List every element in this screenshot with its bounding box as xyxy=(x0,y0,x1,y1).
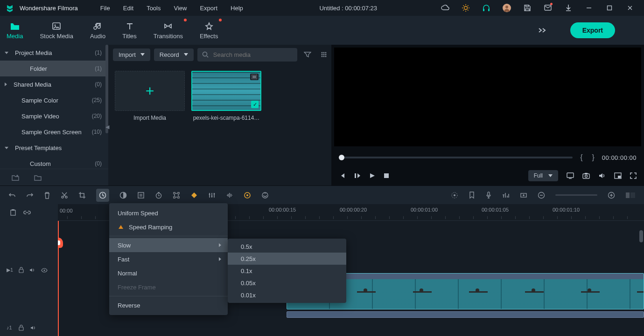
sidebar-item[interactable]: Project Media(1) xyxy=(0,45,108,61)
tab-effects[interactable]: Effects xyxy=(200,20,218,41)
preview-viewer[interactable] xyxy=(334,48,641,146)
menu-file[interactable]: File xyxy=(96,5,115,12)
color-icon[interactable] xyxy=(119,192,127,199)
crop-icon[interactable] xyxy=(78,192,86,199)
prev-frame-icon[interactable] xyxy=(339,172,345,179)
mark-out-icon[interactable]: } xyxy=(590,153,596,162)
greenscreen-icon[interactable] xyxy=(137,192,145,199)
stop-icon[interactable] xyxy=(384,173,389,178)
add-track-icon[interactable] xyxy=(520,192,527,199)
play-icon[interactable] xyxy=(369,172,375,179)
eye-icon[interactable] xyxy=(41,268,48,273)
mark-in-icon[interactable]: { xyxy=(578,153,584,162)
voiceover-icon[interactable] xyxy=(485,192,492,199)
menu-view[interactable]: View xyxy=(169,5,191,12)
speed-icon[interactable] xyxy=(96,189,109,202)
message-icon[interactable] xyxy=(539,0,556,16)
tab-audio[interactable]: Audio xyxy=(90,20,105,41)
sidebar-item[interactable]: Sample Green Screen(10) xyxy=(0,124,108,140)
tab-stock-media[interactable]: Stock Media xyxy=(40,20,73,41)
keyframe-icon[interactable] xyxy=(190,192,198,199)
mute-icon[interactable] xyxy=(29,267,35,273)
grid-icon[interactable] xyxy=(318,51,330,58)
folder-icon[interactable] xyxy=(34,174,42,181)
snapshot-icon[interactable] xyxy=(582,172,590,179)
search-box[interactable] xyxy=(197,48,297,62)
sidebar-item[interactable]: Custom(0) xyxy=(0,156,108,169)
sun-icon[interactable] xyxy=(457,0,474,16)
play-pause-icon[interactable] xyxy=(354,172,360,179)
playhead[interactable] xyxy=(58,221,59,336)
menu-item[interactable]: Speed Ramping xyxy=(109,220,228,234)
adjust-icon[interactable] xyxy=(208,192,216,199)
expand-icon[interactable] xyxy=(538,27,547,34)
menu-item[interactable]: Normal xyxy=(109,266,228,280)
menu-help[interactable]: Help xyxy=(226,5,248,12)
new-folder-icon[interactable] xyxy=(11,174,20,181)
headphones-icon[interactable] xyxy=(478,0,495,16)
scrub-bar[interactable] xyxy=(339,157,573,158)
menu-item[interactable]: Uniform Speed xyxy=(109,206,228,220)
cut-icon[interactable] xyxy=(61,192,68,199)
submenu-item[interactable]: 0.1x xyxy=(228,265,346,277)
filter-icon[interactable] xyxy=(301,51,314,58)
menu-item[interactable]: Slow xyxy=(109,238,228,252)
sidebar-item[interactable]: Folder(1) xyxy=(0,61,108,76)
autofit-icon[interactable] xyxy=(173,192,180,199)
sidebar-item[interactable]: Sample Video(20) xyxy=(0,108,108,124)
maximize-icon[interactable] xyxy=(601,0,618,16)
tab-transitions[interactable]: Transitions xyxy=(154,20,183,41)
link-icon[interactable] xyxy=(23,209,31,216)
video-track-header[interactable]: ▶1 xyxy=(0,248,58,293)
clip-tile[interactable]: ✓ pexels-kei-scampa-6114… xyxy=(191,71,261,179)
delete-icon[interactable] xyxy=(44,192,50,199)
timeline-audio-clip[interactable] xyxy=(287,311,644,318)
audio-adjust-icon[interactable] xyxy=(226,192,233,199)
search-input[interactable] xyxy=(212,51,293,59)
zoom-fit-icon[interactable] xyxy=(625,192,636,199)
scrub-head[interactable] xyxy=(339,155,344,160)
save-icon[interactable] xyxy=(519,0,536,16)
sidebar-item[interactable]: Preset Templates xyxy=(0,140,108,156)
tab-media[interactable]: Media xyxy=(7,20,23,41)
menu-export[interactable]: Export xyxy=(195,5,222,12)
submenu-item[interactable]: 0.5x xyxy=(228,240,346,253)
menu-tools[interactable]: Tools xyxy=(142,5,165,12)
menu-item[interactable]: Reverse xyxy=(109,298,228,312)
pip-icon[interactable] xyxy=(614,172,622,179)
audiomix-icon[interactable] xyxy=(502,192,510,199)
mute-icon[interactable] xyxy=(30,325,36,330)
motion-icon[interactable] xyxy=(244,192,251,199)
volume-icon[interactable] xyxy=(598,172,606,179)
export-button[interactable]: Export xyxy=(570,22,615,38)
collapse-handle-icon[interactable]: ◀ xyxy=(105,124,109,130)
avatar-icon[interactable] xyxy=(498,0,515,16)
lock-icon[interactable] xyxy=(19,267,24,273)
marker-icon[interactable] xyxy=(469,192,475,199)
import-tile[interactable]: + Import Media xyxy=(115,71,185,179)
undo-icon[interactable] xyxy=(8,192,16,199)
menu-edit[interactable]: Edit xyxy=(119,5,138,12)
cloud-icon[interactable] xyxy=(437,0,454,16)
zoom-out-icon[interactable] xyxy=(538,192,545,199)
audio-track-header[interactable]: ♪1 xyxy=(0,319,58,336)
screen-icon[interactable] xyxy=(567,172,574,179)
redo-icon[interactable] xyxy=(26,192,34,199)
clipboard-icon[interactable] xyxy=(9,209,17,216)
submenu-item[interactable]: 0.01x xyxy=(228,289,346,301)
duration-icon[interactable] xyxy=(155,192,162,199)
timeline-scrollbar[interactable] xyxy=(639,230,643,242)
sidebar-item[interactable]: Sample Color(25) xyxy=(0,92,108,108)
import-dropdown[interactable]: Import xyxy=(113,48,150,61)
zoom-in-icon[interactable] xyxy=(608,192,615,199)
quality-select[interactable]: Full xyxy=(528,170,558,181)
menu-item[interactable]: Freeze Frame xyxy=(109,280,228,294)
submenu-item[interactable]: 0.25x xyxy=(228,253,346,265)
submenu-item[interactable]: 0.05x xyxy=(228,277,346,289)
tab-titles[interactable]: Titles xyxy=(122,20,137,41)
zoom-slider[interactable] xyxy=(555,194,597,196)
menu-item[interactable]: Fast xyxy=(109,252,228,266)
record-dropdown[interactable]: Record xyxy=(154,48,194,61)
download-icon[interactable] xyxy=(560,0,577,16)
fullscreen-icon[interactable] xyxy=(630,172,637,179)
